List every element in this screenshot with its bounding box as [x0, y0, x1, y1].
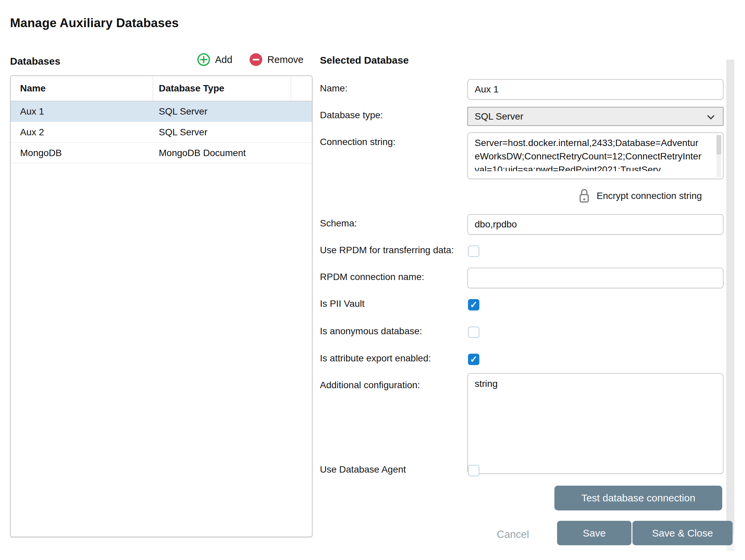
use-rpdm-label: Use RPDM for transferring data: — [320, 245, 454, 256]
connection-string-value: Server=host.docker.internal,2433;Databas… — [468, 133, 703, 171]
is-attribute-export-label: Is attribute export enabled: — [320, 353, 431, 364]
connection-string-label: Connection string: — [320, 137, 396, 147]
use-rpdm-checkbox[interactable] — [468, 245, 479, 257]
schema-label: Schema: — [320, 218, 357, 229]
database-row-aux2[interactable]: Aux 2 SQL Server — [11, 122, 312, 143]
rpdm-connection-name-input[interactable] — [467, 268, 723, 288]
connection-string-scrollbar-thumb[interactable] — [716, 135, 721, 155]
database-type-selected-value: SQL Server — [475, 111, 523, 122]
add-database-button[interactable]: Add — [197, 53, 232, 66]
is-pii-vault-checkbox[interactable] — [468, 299, 479, 310]
database-row-name: Aux 1 — [11, 106, 153, 117]
is-anonymous-database-checkbox[interactable] — [468, 327, 479, 338]
is-attribute-export-checkbox[interactable] — [468, 354, 479, 365]
cancel-button[interactable]: Cancel — [497, 529, 529, 540]
use-database-agent-label: Use Database Agent — [320, 464, 406, 475]
additional-configuration-textarea[interactable]: string — [467, 373, 723, 474]
add-button-label: Add — [215, 54, 232, 65]
database-row-type: SQL Server — [153, 106, 207, 117]
schema-input[interactable] — [467, 214, 723, 235]
database-row-name: Aux 2 — [11, 127, 153, 138]
right-panel-scrollbar[interactable] — [726, 60, 734, 551]
databases-heading: Databases — [10, 56, 60, 67]
save-button[interactable]: Save — [557, 521, 631, 545]
database-row-name: MongoDB — [11, 148, 153, 158]
column-header-name[interactable]: Name — [11, 76, 153, 101]
connection-string-textarea[interactable]: Server=host.docker.internal,2433;Databas… — [467, 132, 723, 179]
column-header-database-type[interactable]: Database Type — [153, 76, 291, 101]
add-icon — [197, 53, 210, 66]
test-database-connection-button[interactable]: Test database connection — [554, 486, 722, 510]
connection-string-scrollbar[interactable] — [716, 135, 721, 177]
database-row-mongodb[interactable]: MongoDB MongoDB Document — [11, 143, 312, 163]
rpdm-connection-name-label: RPDM connection name: — [320, 272, 424, 282]
is-pii-vault-label: Is PII Vault — [320, 298, 364, 309]
encrypt-connection-string-button[interactable]: Encrypt connection string — [578, 188, 702, 204]
page-title: Manage Auxiliary Databases — [10, 16, 179, 30]
chevron-down-icon — [707, 112, 715, 120]
database-row-aux1[interactable]: Aux 1 SQL Server — [11, 101, 312, 122]
remove-icon — [249, 53, 263, 66]
databases-list-header: Name Database Type — [11, 76, 312, 101]
database-row-type: SQL Server — [153, 127, 207, 138]
remove-database-button[interactable]: Remove — [249, 53, 303, 66]
right-panel-scrollbar-thumb[interactable] — [726, 60, 734, 535]
databases-list: Name Database Type Aux 1 SQL Server Aux … — [10, 75, 313, 537]
save-and-close-button[interactable]: Save & Close — [633, 521, 733, 545]
is-anonymous-database-label: Is anonymous database: — [320, 326, 422, 337]
name-label: Name: — [320, 83, 347, 94]
database-row-type: MongoDB Document — [153, 148, 246, 158]
selected-database-heading: Selected Database — [320, 55, 409, 66]
database-type-select[interactable]: SQL Server — [467, 107, 723, 126]
database-type-label: Database type: — [320, 110, 383, 121]
use-database-agent-checkbox[interactable] — [468, 465, 479, 476]
additional-configuration-label: Additional configuration: — [320, 380, 420, 391]
encrypt-connection-string-label: Encrypt connection string — [596, 191, 702, 201]
column-header-empty — [291, 76, 312, 101]
connection-string-clip: Server=host.docker.internal,2433;Databas… — [468, 133, 708, 171]
lock-icon — [578, 188, 590, 204]
remove-button-label: Remove — [267, 54, 303, 65]
name-input[interactable] — [467, 79, 723, 100]
